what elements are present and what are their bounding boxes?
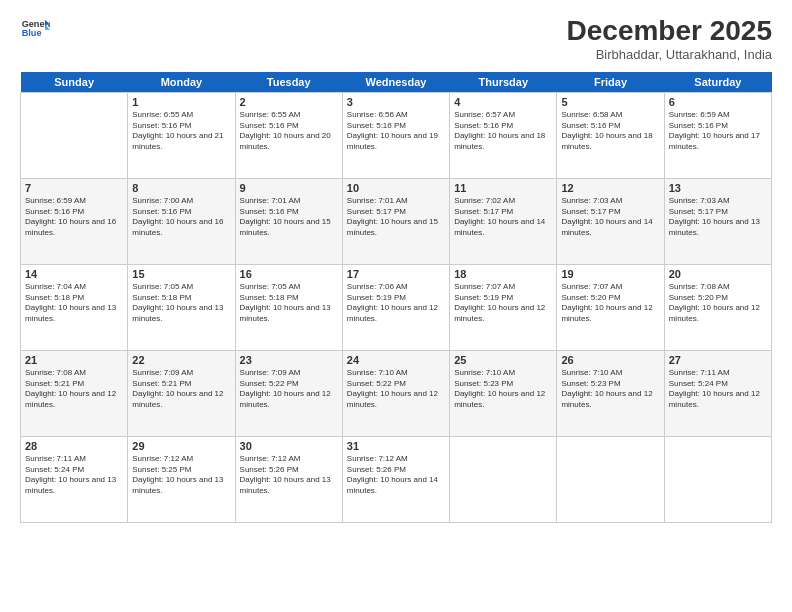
cell-info: Sunrise: 6:56 AM Sunset: 5:16 PM Dayligh… xyxy=(347,110,445,153)
sunrise-label: Sunrise: 6:59 AM xyxy=(669,110,730,119)
sunrise-label: Sunrise: 7:08 AM xyxy=(669,282,730,291)
sunrise-label: Sunrise: 7:03 AM xyxy=(561,196,622,205)
daylight-label: Daylight: 10 hours and 12 minutes. xyxy=(454,303,545,323)
date-number: 11 xyxy=(454,182,552,194)
cell-info: Sunrise: 7:03 AM Sunset: 5:17 PM Dayligh… xyxy=(561,196,659,239)
sunrise-label: Sunrise: 7:09 AM xyxy=(132,368,193,377)
sunrise-label: Sunrise: 6:55 AM xyxy=(132,110,193,119)
sunrise-label: Sunrise: 6:56 AM xyxy=(347,110,408,119)
daylight-label: Daylight: 10 hours and 12 minutes. xyxy=(347,389,438,409)
table-row: 7 Sunrise: 6:59 AM Sunset: 5:16 PM Dayli… xyxy=(21,178,128,264)
cell-info: Sunrise: 6:55 AM Sunset: 5:16 PM Dayligh… xyxy=(240,110,338,153)
date-number: 2 xyxy=(240,96,338,108)
table-row: 25 Sunrise: 7:10 AM Sunset: 5:23 PM Dayl… xyxy=(450,350,557,436)
sunset-label: Sunset: 5:16 PM xyxy=(669,121,728,130)
sunrise-label: Sunrise: 7:06 AM xyxy=(347,282,408,291)
table-row: 2 Sunrise: 6:55 AM Sunset: 5:16 PM Dayli… xyxy=(235,92,342,178)
cell-info: Sunrise: 7:08 AM Sunset: 5:20 PM Dayligh… xyxy=(669,282,767,325)
sunrise-label: Sunrise: 7:09 AM xyxy=(240,368,301,377)
date-number: 31 xyxy=(347,440,445,452)
sunrise-label: Sunrise: 7:12 AM xyxy=(132,454,193,463)
header-row: Sunday Monday Tuesday Wednesday Thursday… xyxy=(21,72,772,93)
cell-info: Sunrise: 7:00 AM Sunset: 5:16 PM Dayligh… xyxy=(132,196,230,239)
sunset-label: Sunset: 5:17 PM xyxy=(669,207,728,216)
daylight-label: Daylight: 10 hours and 14 minutes. xyxy=(347,475,438,495)
cell-info: Sunrise: 7:11 AM Sunset: 5:24 PM Dayligh… xyxy=(25,454,123,497)
date-number: 18 xyxy=(454,268,552,280)
table-row: 3 Sunrise: 6:56 AM Sunset: 5:16 PM Dayli… xyxy=(342,92,449,178)
sunset-label: Sunset: 5:26 PM xyxy=(347,465,406,474)
col-thursday: Thursday xyxy=(450,72,557,93)
date-number: 16 xyxy=(240,268,338,280)
col-friday: Friday xyxy=(557,72,664,93)
date-number: 25 xyxy=(454,354,552,366)
sunrise-label: Sunrise: 7:08 AM xyxy=(25,368,86,377)
title-block: December 2025 Birbhaddar, Uttarakhand, I… xyxy=(567,16,772,62)
cell-info: Sunrise: 7:04 AM Sunset: 5:18 PM Dayligh… xyxy=(25,282,123,325)
cell-info: Sunrise: 6:57 AM Sunset: 5:16 PM Dayligh… xyxy=(454,110,552,153)
sunset-label: Sunset: 5:22 PM xyxy=(240,379,299,388)
table-row: 24 Sunrise: 7:10 AM Sunset: 5:22 PM Dayl… xyxy=(342,350,449,436)
date-number: 21 xyxy=(25,354,123,366)
cell-info: Sunrise: 7:07 AM Sunset: 5:20 PM Dayligh… xyxy=(561,282,659,325)
cell-info: Sunrise: 7:08 AM Sunset: 5:21 PM Dayligh… xyxy=(25,368,123,411)
cell-info: Sunrise: 6:58 AM Sunset: 5:16 PM Dayligh… xyxy=(561,110,659,153)
sunset-label: Sunset: 5:16 PM xyxy=(454,121,513,130)
cell-info: Sunrise: 7:12 AM Sunset: 5:26 PM Dayligh… xyxy=(347,454,445,497)
sunset-label: Sunset: 5:17 PM xyxy=(347,207,406,216)
sunset-label: Sunset: 5:22 PM xyxy=(347,379,406,388)
sunset-label: Sunset: 5:16 PM xyxy=(132,207,191,216)
sunset-label: Sunset: 5:25 PM xyxy=(132,465,191,474)
calendar-table: Sunday Monday Tuesday Wednesday Thursday… xyxy=(20,72,772,523)
sunset-label: Sunset: 5:24 PM xyxy=(669,379,728,388)
sunrise-label: Sunrise: 7:00 AM xyxy=(132,196,193,205)
table-row: 19 Sunrise: 7:07 AM Sunset: 5:20 PM Dayl… xyxy=(557,264,664,350)
daylight-label: Daylight: 10 hours and 13 minutes. xyxy=(240,303,331,323)
sunrise-label: Sunrise: 7:10 AM xyxy=(347,368,408,377)
sunrise-label: Sunrise: 7:04 AM xyxy=(25,282,86,291)
daylight-label: Daylight: 10 hours and 13 minutes. xyxy=(240,475,331,495)
svg-text:Blue: Blue xyxy=(22,28,42,38)
logo-icon: General Blue xyxy=(20,16,50,40)
sunset-label: Sunset: 5:16 PM xyxy=(240,207,299,216)
daylight-label: Daylight: 10 hours and 13 minutes. xyxy=(132,475,223,495)
week-row-2: 7 Sunrise: 6:59 AM Sunset: 5:16 PM Dayli… xyxy=(21,178,772,264)
table-row: 14 Sunrise: 7:04 AM Sunset: 5:18 PM Dayl… xyxy=(21,264,128,350)
cell-info: Sunrise: 6:55 AM Sunset: 5:16 PM Dayligh… xyxy=(132,110,230,153)
page: General Blue December 2025 Birbhaddar, U… xyxy=(0,0,792,612)
date-number: 28 xyxy=(25,440,123,452)
sunrise-label: Sunrise: 7:03 AM xyxy=(669,196,730,205)
table-row: 30 Sunrise: 7:12 AM Sunset: 5:26 PM Dayl… xyxy=(235,436,342,522)
table-row xyxy=(450,436,557,522)
table-row: 5 Sunrise: 6:58 AM Sunset: 5:16 PM Dayli… xyxy=(557,92,664,178)
sunset-label: Sunset: 5:18 PM xyxy=(240,293,299,302)
table-row: 15 Sunrise: 7:05 AM Sunset: 5:18 PM Dayl… xyxy=(128,264,235,350)
cell-info: Sunrise: 7:09 AM Sunset: 5:22 PM Dayligh… xyxy=(240,368,338,411)
daylight-label: Daylight: 10 hours and 12 minutes. xyxy=(25,389,116,409)
table-row: 9 Sunrise: 7:01 AM Sunset: 5:16 PM Dayli… xyxy=(235,178,342,264)
date-number: 9 xyxy=(240,182,338,194)
sunset-label: Sunset: 5:16 PM xyxy=(240,121,299,130)
cell-info: Sunrise: 7:12 AM Sunset: 5:25 PM Dayligh… xyxy=(132,454,230,497)
table-row: 13 Sunrise: 7:03 AM Sunset: 5:17 PM Dayl… xyxy=(664,178,771,264)
date-number: 26 xyxy=(561,354,659,366)
sunset-label: Sunset: 5:24 PM xyxy=(25,465,84,474)
sunset-label: Sunset: 5:19 PM xyxy=(454,293,513,302)
cell-info: Sunrise: 7:09 AM Sunset: 5:21 PM Dayligh… xyxy=(132,368,230,411)
cell-info: Sunrise: 7:03 AM Sunset: 5:17 PM Dayligh… xyxy=(669,196,767,239)
table-row: 29 Sunrise: 7:12 AM Sunset: 5:25 PM Dayl… xyxy=(128,436,235,522)
date-number: 29 xyxy=(132,440,230,452)
date-number: 24 xyxy=(347,354,445,366)
sunrise-label: Sunrise: 7:12 AM xyxy=(347,454,408,463)
sunrise-label: Sunrise: 7:01 AM xyxy=(347,196,408,205)
date-number: 3 xyxy=(347,96,445,108)
date-number: 30 xyxy=(240,440,338,452)
sunset-label: Sunset: 5:23 PM xyxy=(561,379,620,388)
col-saturday: Saturday xyxy=(664,72,771,93)
table-row: 16 Sunrise: 7:05 AM Sunset: 5:18 PM Dayl… xyxy=(235,264,342,350)
sunrise-label: Sunrise: 6:55 AM xyxy=(240,110,301,119)
daylight-label: Daylight: 10 hours and 18 minutes. xyxy=(454,131,545,151)
sunset-label: Sunset: 5:18 PM xyxy=(25,293,84,302)
daylight-label: Daylight: 10 hours and 12 minutes. xyxy=(347,303,438,323)
col-tuesday: Tuesday xyxy=(235,72,342,93)
